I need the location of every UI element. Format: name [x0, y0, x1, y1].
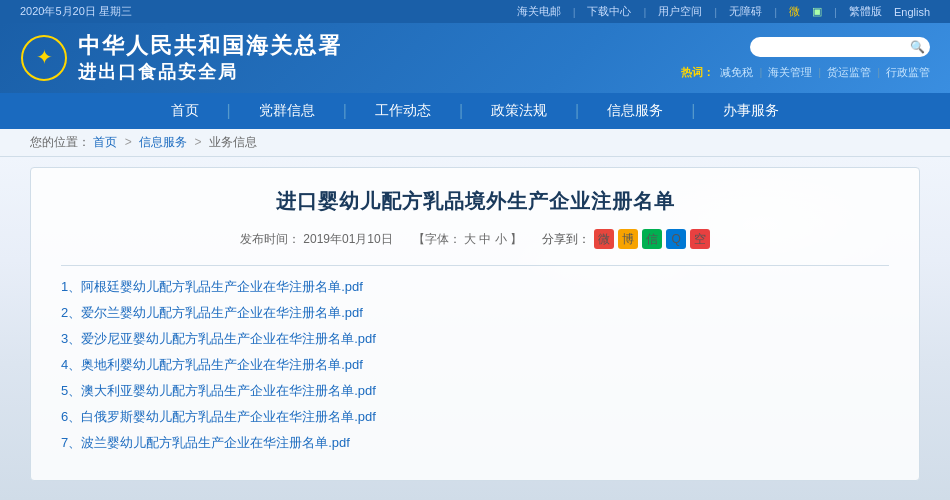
article-meta: 发布时间： 2019年01月10日 【字体： 大 中 小 】 分享到： 微 博 … [61, 229, 889, 249]
nav-bar: 首页 | 党群信息 | 工作动态 | 政策法规 | 信息服务 | 办事服务 [0, 93, 950, 129]
header-right: 🔍 热词： 减免税 | 海关管理 | 货运监管 | 行政监管 [681, 37, 930, 80]
logo-text: 中华人民共和国海关总署 进出口食品安全局 [78, 32, 342, 84]
breadcrumb-current: 业务信息 [209, 135, 257, 149]
lang-english[interactable]: English [894, 6, 930, 18]
file-link-4[interactable]: 4、奥地利婴幼儿配方乳品生产企业在华注册名单.pdf [61, 357, 363, 372]
nav-policy[interactable]: 政策法规 [463, 93, 575, 129]
share-btn-3[interactable]: 信 [642, 229, 662, 249]
logo-icon: ✦ [20, 34, 68, 82]
top-bar-right: 海关电邮 | 下载中心 | 用户空间 | 无障碍 | 微 ▣ | 繁體版 Eng… [517, 4, 930, 19]
file-link-5[interactable]: 5、澳大利亚婴幼儿配方乳品生产企业在华注册名单.pdf [61, 383, 376, 398]
nav-info[interactable]: 信息服务 [579, 93, 691, 129]
list-item: 7、波兰婴幼儿配方乳品生产企业在华注册名单.pdf [61, 434, 889, 452]
breadcrumb-home[interactable]: 首页 [93, 135, 117, 149]
list-item: 6、白俄罗斯婴幼儿配方乳品生产企业在华注册名单.pdf [61, 408, 889, 426]
breadcrumb: 您的位置： 首页 > 信息服务 > 业务信息 [0, 129, 950, 157]
logo-line1: 中华人民共和国海关总署 [78, 32, 342, 61]
list-item: 2、爱尔兰婴幼儿配方乳品生产企业在华注册名单.pdf [61, 304, 889, 322]
list-item: 5、澳大利亚婴幼儿配方乳品生产企业在华注册名单.pdf [61, 382, 889, 400]
font-large-btn[interactable]: 大 [464, 232, 476, 246]
article-divider [61, 265, 889, 266]
breadcrumb-prefix: 您的位置： [30, 135, 90, 149]
content-area: 进口婴幼儿配方乳品境外生产企业注册名单 发布时间： 2019年01月10日 【字… [0, 157, 950, 500]
file-link-1[interactable]: 1、阿根廷婴幼儿配方乳品生产企业在华注册名单.pdf [61, 279, 363, 294]
hotlinks-label: 热词： [681, 65, 714, 80]
list-item: 3、爱沙尼亚婴幼儿配方乳品生产企业在华注册名单.pdf [61, 330, 889, 348]
nav-accessibility[interactable]: 无障碍 [729, 4, 762, 19]
file-list: 1、阿根廷婴幼儿配方乳品生产企业在华注册名单.pdf2、爱尔兰婴幼儿配方乳品生产… [61, 278, 889, 452]
share-icons: 分享到： 微 博 信 Q 空 [542, 229, 710, 249]
breadcrumb-sep-1: > [125, 135, 135, 149]
hotlinks: 热词： 减免税 | 海关管理 | 货运监管 | 行政监管 [681, 65, 930, 80]
share-label: 分享到： [542, 231, 590, 248]
nav-user-space[interactable]: 用户空间 [658, 4, 702, 19]
share-btn-2[interactable]: 博 [618, 229, 638, 249]
file-link-6[interactable]: 6、白俄罗斯婴幼儿配方乳品生产企业在华注册名单.pdf [61, 409, 376, 424]
breadcrumb-sep-2: > [194, 135, 204, 149]
wechat-icon[interactable]: ▣ [812, 5, 822, 18]
list-item: 4、奥地利婴幼儿配方乳品生产企业在华注册名单.pdf [61, 356, 889, 374]
file-link-7[interactable]: 7、波兰婴幼儿配方乳品生产企业在华注册名单.pdf [61, 435, 350, 450]
file-link-3[interactable]: 3、爱沙尼亚婴幼儿配方乳品生产企业在华注册名单.pdf [61, 331, 376, 346]
font-mid-btn[interactable]: 中 [479, 232, 491, 246]
search-box[interactable]: 🔍 [750, 37, 930, 57]
header: ✦ 中华人民共和国海关总署 进出口食品安全局 🔍 热词： 减免税 | 海关管理 … [0, 23, 950, 93]
search-icon[interactable]: 🔍 [910, 40, 925, 54]
logo-area: ✦ 中华人民共和国海关总署 进出口食品安全局 [20, 32, 342, 84]
nav-services[interactable]: 办事服务 [695, 93, 807, 129]
share-btn-5[interactable]: 空 [690, 229, 710, 249]
search-input[interactable] [760, 40, 910, 54]
hotlink-1[interactable]: 海关管理 [768, 65, 812, 80]
hotlink-2[interactable]: 货运监管 [827, 65, 871, 80]
top-bar: 2020年5月20日 星期三 海关电邮 | 下载中心 | 用户空间 | 无障碍 … [0, 0, 950, 23]
logo-line2: 进出口食品安全局 [78, 61, 342, 84]
share-btn-1[interactable]: 微 [594, 229, 614, 249]
nav-work[interactable]: 工作动态 [347, 93, 459, 129]
date-display: 2020年5月20日 星期三 [20, 4, 132, 19]
nav-haigang-email[interactable]: 海关电邮 [517, 4, 561, 19]
lang-traditional[interactable]: 繁體版 [849, 4, 882, 19]
nav-download-center[interactable]: 下载中心 [587, 4, 631, 19]
main-card: 进口婴幼儿配方乳品境外生产企业注册名单 发布时间： 2019年01月10日 【字… [30, 167, 920, 481]
font-small-btn[interactable]: 小 [495, 232, 507, 246]
share-btn-4[interactable]: Q [666, 229, 686, 249]
publish-label: 发布时间： 2019年01月10日 [240, 231, 393, 248]
svg-text:✦: ✦ [36, 46, 53, 68]
nav-home[interactable]: 首页 [143, 93, 227, 129]
nav-party[interactable]: 党群信息 [231, 93, 343, 129]
hotlink-3[interactable]: 行政监管 [886, 65, 930, 80]
article-title: 进口婴幼儿配方乳品境外生产企业注册名单 [61, 188, 889, 215]
font-size-control: 【字体： 大 中 小 】 [413, 231, 522, 248]
weibo-icon[interactable]: 微 [789, 4, 800, 19]
file-link-2[interactable]: 2、爱尔兰婴幼儿配方乳品生产企业在华注册名单.pdf [61, 305, 363, 320]
breadcrumb-info[interactable]: 信息服务 [139, 135, 187, 149]
publish-date: 2019年01月10日 [303, 232, 392, 246]
list-item: 1、阿根廷婴幼儿配方乳品生产企业在华注册名单.pdf [61, 278, 889, 296]
hotlink-0[interactable]: 减免税 [720, 65, 753, 80]
